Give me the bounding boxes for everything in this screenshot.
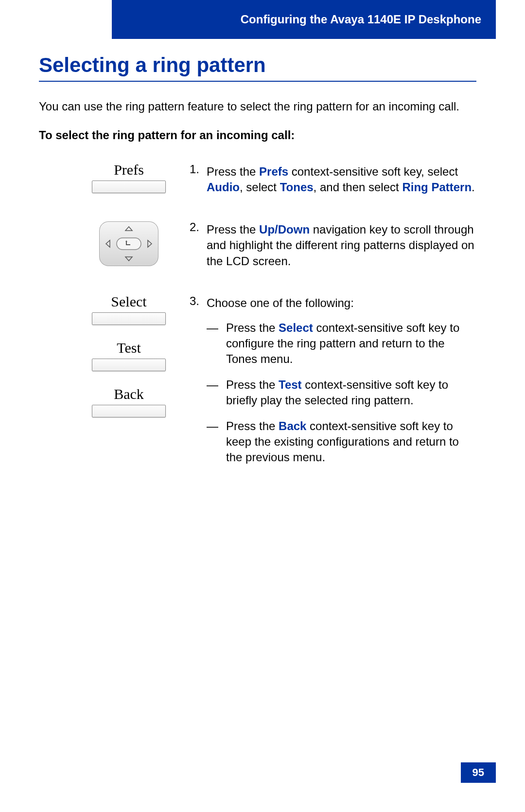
dash-icon: — [207, 418, 226, 466]
navigation-pad-icon [97, 219, 160, 268]
s1-t3: , select [240, 180, 280, 194]
softkey-test-label: Test [117, 340, 141, 356]
softkey-select: Select [92, 293, 166, 325]
step-2-graphic [39, 219, 190, 268]
s1-t5: . [472, 180, 475, 194]
page-number: 95 [461, 762, 496, 783]
s1-k3: Tones [280, 180, 314, 194]
softkey-test: Test [92, 340, 166, 371]
s1-k2: Audio [207, 180, 240, 194]
steps-list: Prefs 1. Press the Prefs context-sensiti… [39, 162, 476, 475]
s2-slash: / [275, 223, 278, 236]
s1-t4: , and then select [314, 180, 402, 194]
s2-k1: Up [259, 223, 275, 236]
step-2-text: 2. Press the Up/Down navigation key to s… [190, 219, 476, 269]
title-rule [39, 81, 476, 82]
s3b-k: Test [279, 378, 302, 391]
step-3-text: 3. Choose one of the following: — Press … [190, 293, 476, 475]
s1-t1: Press the [207, 165, 259, 178]
step-1-graphic: Prefs [39, 162, 190, 193]
step-1-number: 1. [190, 162, 207, 177]
step-3-graphic: Select Test Back [39, 293, 190, 417]
s3c-pre: Press the [226, 419, 279, 433]
softkey-select-label: Select [111, 293, 146, 310]
step-2: 2. Press the Up/Down navigation key to s… [39, 219, 476, 269]
softkey-back: Back [92, 386, 166, 417]
softkey-prefs-label: Prefs [114, 162, 144, 178]
softkey-select-button-icon [92, 312, 166, 325]
s3a-pre: Press the [226, 321, 279, 334]
softkey-prefs-button-icon [92, 180, 166, 193]
s3a-k: Select [279, 321, 313, 334]
softkey-back-label: Back [114, 386, 144, 402]
step-1: Prefs 1. Press the Prefs context-sensiti… [39, 162, 476, 195]
s2-k2: Down [278, 223, 310, 236]
header-bar: Configuring the Avaya 1140E IP Deskphone [112, 0, 496, 39]
softkey-back-button-icon [92, 405, 166, 417]
s3b-pre: Press the [226, 378, 279, 391]
step-3-number: 3. [190, 293, 207, 309]
step-2-number: 2. [190, 219, 207, 235]
dash-icon: — [207, 377, 226, 409]
s3-lead: Choose one of the following: [207, 296, 354, 309]
chapter-title: Configuring the Avaya 1140E IP Deskphone [241, 13, 481, 26]
step-3a: — Press the Select context-sensitive sof… [207, 320, 476, 367]
s2-t1: Press the [207, 223, 259, 236]
step-3b: — Press the Test context-sensitive soft … [207, 377, 476, 409]
dash-icon: — [207, 320, 226, 367]
s1-t2: context-sensitive soft key, select [288, 165, 458, 178]
page-content: Selecting a ring pattern You can use the… [39, 54, 476, 475]
softkey-prefs: Prefs [92, 162, 166, 193]
intro-text: You can use the ring pattern feature to … [39, 99, 476, 114]
s1-k1: Prefs [259, 165, 288, 178]
svg-rect-6 [117, 238, 141, 250]
step-3c: — Press the Back context-sensitive soft … [207, 418, 476, 466]
step-3: Select Test Back 3. Choose one o [39, 293, 476, 475]
softkey-test-button-icon [92, 359, 166, 371]
step-3-sublist: — Press the Select context-sensitive sof… [207, 320, 476, 466]
s1-k4: Ring Pattern [402, 180, 472, 194]
step-1-text: 1. Press the Prefs context-sensitive sof… [190, 162, 476, 195]
procedure-heading: To select the ring pattern for an incomi… [39, 128, 476, 142]
s3c-k: Back [279, 419, 306, 433]
section-title: Selecting a ring pattern [39, 54, 476, 77]
